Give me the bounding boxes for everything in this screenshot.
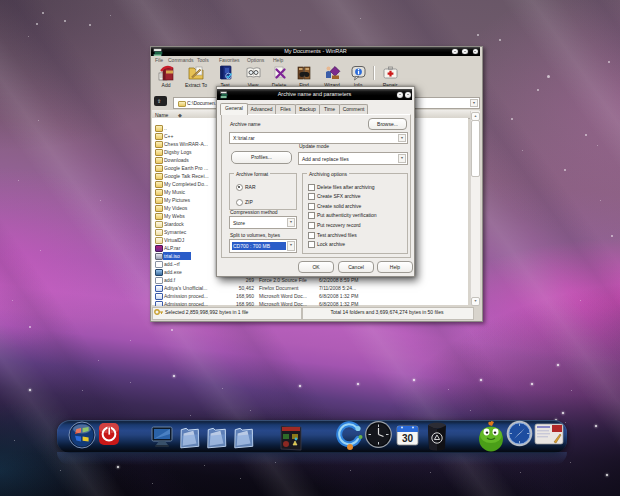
svg-text:30: 30 <box>402 433 414 444</box>
